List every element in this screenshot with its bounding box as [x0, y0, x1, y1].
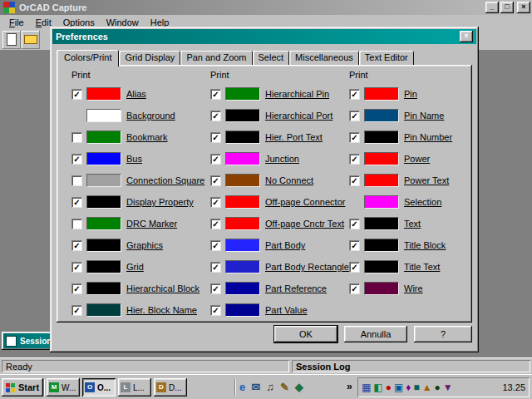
print-checkbox[interactable]: ✓ — [349, 154, 360, 165]
ok-button[interactable]: OK — [274, 326, 337, 342]
print-checkbox[interactable]: ✓ — [210, 132, 221, 143]
color-swatch[interactable] — [225, 152, 260, 165]
tray-icon-8[interactable]: ● — [435, 382, 441, 393]
tray-icon-5[interactable]: ♦ — [406, 382, 411, 393]
taskbar-task-3[interactable]: LL... — [118, 378, 151, 397]
print-checkbox[interactable]: ✓ — [349, 240, 360, 251]
print-checkbox[interactable]: ✓ — [349, 262, 360, 273]
tab-miscellaneous[interactable]: Miscellaneous — [289, 51, 359, 65]
color-swatch[interactable] — [225, 260, 260, 273]
print-checkbox[interactable] — [71, 132, 82, 143]
cancel-button[interactable]: Annulla — [344, 326, 407, 342]
start-button[interactable]: Start — [2, 378, 43, 397]
print-checkbox[interactable]: ✓ — [71, 305, 82, 316]
color-swatch[interactable] — [86, 174, 121, 187]
color-swatch[interactable] — [86, 152, 121, 165]
mail-icon[interactable]: ✉ — [251, 380, 260, 394]
color-swatch[interactable] — [364, 260, 399, 273]
pen-icon[interactable]: ✎ — [280, 380, 289, 394]
print-checkbox[interactable]: ✓ — [210, 240, 221, 251]
color-swatch[interactable] — [364, 217, 399, 230]
taskbar-task-4[interactable]: DD... — [154, 378, 187, 397]
tab-colors-print[interactable]: Colors/Print — [57, 50, 119, 66]
color-swatch[interactable] — [364, 131, 399, 144]
tray-icon-3[interactable]: ● — [386, 382, 392, 393]
tab-text-editor[interactable]: Text Editor — [359, 51, 414, 65]
print-checkbox[interactable]: ✓ — [349, 175, 360, 186]
internet-explorer-icon[interactable]: e — [239, 380, 245, 394]
print-checkbox[interactable]: ✓ — [71, 283, 82, 294]
taskbar-task-2[interactable]: OO... — [82, 378, 116, 397]
color-swatch[interactable] — [225, 303, 260, 317]
color-swatch[interactable] — [225, 217, 260, 230]
color-swatch[interactable] — [364, 239, 399, 252]
color-swatch[interactable] — [86, 282, 121, 295]
tab-grid-display[interactable]: Grid Display — [119, 51, 180, 65]
print-checkbox[interactable] — [71, 219, 82, 229]
dialog-close-button[interactable]: × — [460, 31, 473, 42]
color-swatch[interactable] — [86, 109, 121, 122]
tab-select[interactable]: Select — [253, 51, 290, 65]
color-swatch[interactable] — [86, 195, 121, 209]
color-swatch[interactable] — [225, 282, 260, 295]
color-swatch[interactable] — [225, 109, 260, 122]
print-checkbox[interactable]: ✓ — [349, 89, 360, 100]
print-checkbox[interactable] — [71, 175, 82, 186]
chevron-icon[interactable]: » — [347, 381, 352, 392]
print-checkbox[interactable]: ✓ — [210, 89, 221, 100]
help-button[interactable]: ? — [414, 326, 472, 342]
color-swatch[interactable] — [364, 195, 399, 209]
taskbar-task-1[interactable]: MW... — [47, 378, 80, 397]
open-document-button[interactable] — [22, 31, 40, 49]
print-checkbox[interactable]: ✓ — [349, 111, 360, 121]
print-checkbox[interactable]: ✓ — [71, 262, 82, 273]
close-button[interactable]: × — [517, 2, 530, 13]
print-checkbox[interactable]: ✓ — [210, 111, 221, 121]
print-checkbox[interactable]: ✓ — [349, 132, 360, 143]
tray-icon-2[interactable]: ◧ — [373, 382, 382, 393]
color-swatch[interactable] — [225, 195, 260, 209]
minimize-button[interactable]: _ — [485, 2, 499, 13]
menu-file[interactable]: File — [3, 17, 30, 28]
color-swatch[interactable] — [86, 303, 121, 317]
color-swatch[interactable] — [364, 109, 399, 122]
print-checkbox[interactable]: ✓ — [71, 89, 82, 100]
print-checkbox[interactable]: ✓ — [71, 197, 82, 208]
print-checkbox[interactable]: ✓ — [210, 175, 221, 186]
print-checkbox[interactable]: ✓ — [210, 283, 221, 294]
orcad-app-icon[interactable] — [3, 2, 15, 13]
color-swatch[interactable] — [225, 131, 260, 144]
document-icon[interactable]: ◆ — [295, 380, 303, 394]
tray-icon-6[interactable]: ■ — [413, 382, 419, 393]
window-titlebar[interactable]: OrCAD Capture _ □ × — [0, 0, 532, 15]
maximize-button[interactable]: □ — [500, 2, 514, 13]
color-swatch[interactable] — [364, 174, 399, 187]
tray-icon-4[interactable]: ▣ — [394, 382, 403, 393]
tray-icon-1[interactable]: ▦ — [362, 382, 371, 393]
print-checkbox[interactable]: ✓ — [210, 154, 221, 165]
color-swatch[interactable] — [225, 239, 260, 252]
color-swatch[interactable] — [86, 131, 121, 144]
print-checkbox[interactable]: ✓ — [349, 283, 360, 294]
tray-icon-7[interactable]: ▲ — [422, 382, 432, 393]
print-checkbox[interactable]: ✓ — [71, 154, 82, 165]
color-swatch[interactable] — [86, 87, 121, 101]
volume-icon[interactable]: ♫ — [266, 380, 274, 394]
print-checkbox[interactable]: ✓ — [210, 262, 221, 273]
new-document-button[interactable] — [2, 31, 21, 49]
color-swatch[interactable] — [225, 174, 260, 187]
color-swatch[interactable] — [86, 217, 121, 230]
color-swatch[interactable] — [364, 152, 399, 165]
print-checkbox[interactable]: ✓ — [210, 219, 221, 229]
color-swatch[interactable] — [86, 260, 121, 273]
tray-icon-9[interactable]: ▼ — [443, 382, 453, 393]
color-swatch[interactable] — [364, 282, 399, 295]
color-swatch[interactable] — [364, 87, 399, 101]
print-checkbox[interactable]: ✓ — [210, 197, 221, 208]
tab-pan-and-zoom[interactable]: Pan and Zoom — [180, 51, 252, 65]
print-checkbox[interactable]: ✓ — [349, 219, 360, 229]
print-checkbox[interactable]: ✓ — [71, 240, 82, 251]
dialog-titlebar[interactable]: Preferences × — [52, 29, 476, 44]
color-swatch[interactable] — [225, 87, 260, 101]
color-swatch[interactable] — [86, 239, 121, 252]
